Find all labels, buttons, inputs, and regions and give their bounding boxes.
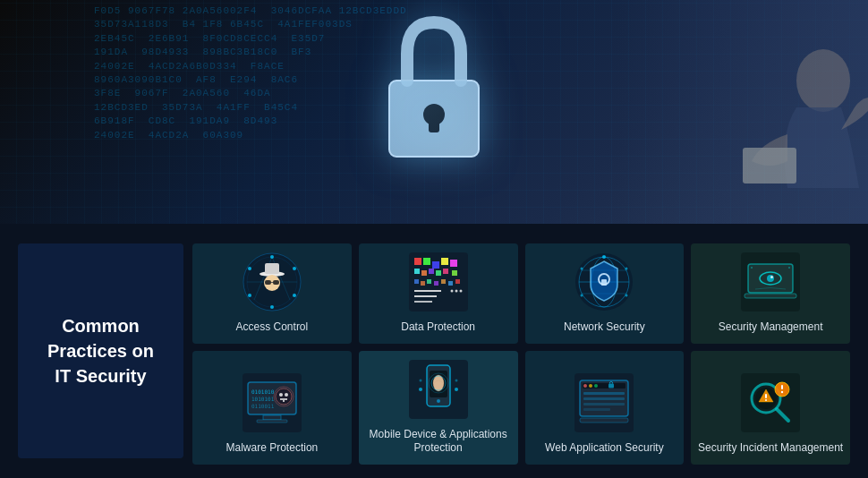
svg-rect-12 [265,263,279,274]
svg-point-20 [293,294,296,297]
svg-rect-27 [441,258,448,265]
svg-rect-35 [414,279,419,284]
web-application-label: Web Application Security [545,441,664,456]
svg-rect-55 [601,279,607,286]
svg-rect-44 [414,301,432,303]
svg-point-4 [796,49,850,112]
security-management-label: Security Management [719,320,823,335]
mobile-device-card[interactable]: Mobile Device & Applications Protection [359,351,518,465]
access-control-icon [241,251,303,313]
svg-rect-3 [389,81,479,157]
svg-rect-29 [414,269,420,274]
mobile-device-label: Mobile Device & Applications Protection [364,428,513,456]
svg-point-95 [589,384,592,388]
svg-point-59 [625,294,628,297]
security-management-icon [739,251,802,313]
mobile-device-icon [407,358,470,421]
svg-point-76 [276,388,292,405]
svg-point-88 [455,388,458,391]
title-card: Common Practices on IT Security [18,243,183,458]
svg-rect-109 [781,385,783,389]
access-control-label: Access Control [236,320,309,335]
svg-point-78 [285,393,288,397]
security-incident-label: Security Incident Management [698,441,843,456]
svg-rect-26 [432,261,439,269]
svg-rect-106 [765,394,767,398]
svg-rect-100 [583,408,610,411]
svg-rect-38 [434,281,438,286]
svg-point-18 [293,267,296,270]
svg-point-77 [279,393,283,397]
svg-rect-15 [273,280,279,285]
svg-rect-43 [414,295,437,297]
web-application-icon [573,371,635,434]
title-text: Common Practices on IT Security [47,313,154,388]
svg-rect-63 [745,294,796,298]
svg-point-67 [751,267,753,269]
svg-point-110 [781,391,783,393]
svg-point-47 [459,290,462,293]
security-incident-card[interactable]: Security Incident Management [691,351,850,465]
matrix-text: F0D5 9067F78 2A0A56002F4 3046DCFAA 12BCD… [89,0,644,224]
svg-rect-39 [441,279,446,284]
svg-rect-101 [608,384,614,388]
svg-text:1010101: 1010101 [251,396,275,402]
svg-point-56 [602,255,606,259]
svg-rect-37 [427,279,431,284]
svg-point-107 [765,399,767,401]
svg-rect-30 [421,270,427,276]
svg-point-57 [625,268,628,270]
access-control-card[interactable]: Access Control [192,243,352,344]
svg-point-96 [594,384,598,388]
svg-point-90 [455,379,457,381]
svg-point-45 [450,290,453,293]
svg-rect-36 [421,281,425,286]
svg-point-65 [767,275,774,282]
data-protection-card[interactable]: Data Protection [359,243,518,344]
svg-point-60 [581,294,583,297]
data-protection-icon [407,251,470,313]
svg-rect-41 [455,279,460,284]
svg-rect-99 [583,403,625,405]
svg-point-83 [437,399,440,403]
svg-point-21 [270,255,274,259]
malware-protection-card[interactable]: 0101010 1010101 0110011 Malware Protecti… [192,351,352,465]
svg-rect-97 [583,392,625,395]
svg-point-94 [583,384,587,388]
person-silhouette [617,0,868,224]
svg-point-22 [270,305,274,309]
svg-point-87 [419,388,422,391]
security-incident-icon [739,371,802,434]
data-protection-label: Data Protection [401,320,475,335]
svg-rect-24 [414,258,421,265]
svg-rect-72 [257,420,287,423]
svg-rect-40 [448,281,453,286]
security-management-card[interactable]: Security Management [691,243,850,344]
hero-banner: F0D5 9067F78 2A0A56002F4 3046DCFAA 12BCD… [0,0,868,224]
malware-protection-icon: 0101010 1010101 0110011 [241,371,303,434]
svg-point-58 [581,268,583,270]
svg-text:0110011: 0110011 [251,403,275,409]
network-security-label: Network Security [564,320,645,335]
svg-rect-71 [263,415,281,420]
svg-rect-14 [265,280,271,285]
svg-rect-32 [436,270,441,276]
svg-text:0101010: 0101010 [251,388,275,395]
svg-point-17 [248,267,251,270]
bottom-section: Common Practices on IT Security [0,224,868,478]
svg-point-19 [248,294,251,297]
svg-rect-5 [743,148,796,184]
malware-protection-label: Malware Protection [226,441,319,456]
svg-rect-42 [414,290,441,292]
svg-rect-28 [450,260,457,267]
svg-point-46 [455,290,457,293]
network-security-card[interactable]: Network Security [525,243,685,344]
svg-rect-25 [423,258,430,265]
svg-rect-98 [583,397,625,400]
svg-rect-102 [580,418,628,423]
svg-point-68 [788,267,790,269]
icons-grid: Access Control [192,243,850,458]
web-application-card[interactable]: Web Application Security [525,351,685,465]
lock-icon [371,9,497,174]
network-security-icon [573,251,635,313]
